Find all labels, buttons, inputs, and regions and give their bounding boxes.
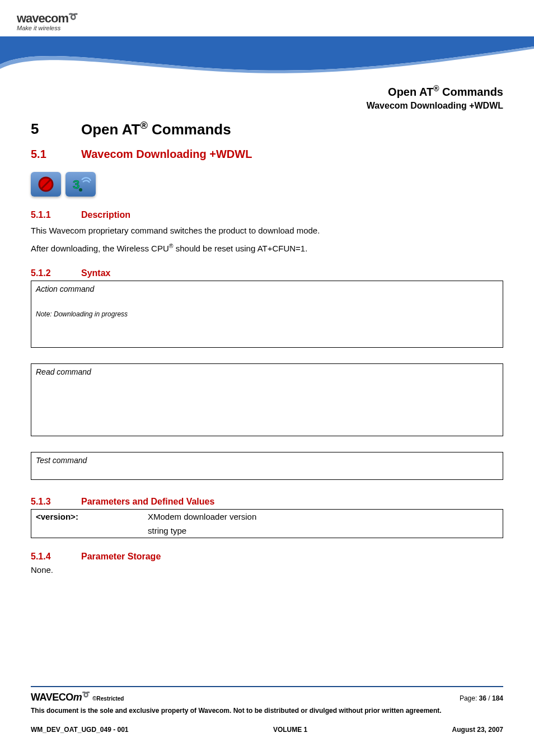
- subsection-params: 5.1.3Parameters and Defined Values: [31, 497, 503, 507]
- param-name: <version>:: [36, 512, 148, 521]
- logo-swirl-icon: ➰: [68, 12, 78, 21]
- footer-restricted: ©Restricted: [92, 696, 124, 702]
- page-header-sub: Wavecom Downloading +WDWL: [0, 101, 503, 111]
- header-banner: wavecom➰ Make it wireless: [0, 0, 534, 78]
- subsection-title: Parameter Storage: [81, 552, 161, 561]
- content: 5Open AT® Commands 5.1Wavecom Downloadin…: [0, 120, 534, 577]
- logo-area: wavecom➰ Make it wireless: [17, 11, 78, 31]
- chapter-heading: 5Open AT® Commands: [31, 120, 503, 138]
- description-para1: This Wavecom proprietary command switche…: [31, 225, 503, 237]
- description-para2: After downloading, the Wireless CPU® sho…: [31, 242, 503, 255]
- chapter-number: 5: [31, 120, 81, 138]
- footer-date: August 23, 2007: [452, 726, 503, 734]
- subsection-syntax: 5.1.2Syntax: [31, 268, 503, 278]
- subsection-title: Description: [81, 210, 130, 220]
- footer-divider: [31, 686, 503, 687]
- footer-page-total: 184: [492, 694, 503, 702]
- footer-left: wavecom➰ ©Restricted: [31, 690, 124, 703]
- footer-volume: VOLUME 1: [273, 726, 307, 734]
- subsection-storage: 5.1.4Parameter Storage: [31, 552, 503, 562]
- syntax-action-note: Note: Downloading in progress: [36, 310, 498, 318]
- param-name: [36, 526, 148, 535]
- footer-bottom-row: WM_DEV_OAT_UGD_049 - 001 VOLUME 1 August…: [31, 726, 503, 734]
- footer-logo: wavecom➰: [31, 692, 92, 703]
- section-title: Wavecom Downloading +WDWL: [81, 148, 252, 160]
- capability-icons: 3: [31, 172, 503, 197]
- syntax-test-box: Test command: [31, 452, 503, 480]
- param-row: string type: [31, 524, 503, 538]
- syntax-read-label: Read command: [36, 367, 498, 376]
- syntax-test-label: Test command: [36, 456, 498, 465]
- footer-page-sep: /: [486, 694, 492, 702]
- svg-point-5: [79, 188, 82, 192]
- section-number: 5.1: [31, 148, 81, 161]
- subsection-description: 5.1.1Description: [31, 210, 503, 220]
- syntax-read-box: Read command: [31, 363, 503, 436]
- footer-legal: This document is the sole and exclusive …: [31, 707, 503, 716]
- no-sim-icon: [31, 172, 61, 197]
- svg-text:3: 3: [73, 178, 79, 192]
- subsection-number: 5.1.4: [31, 552, 81, 562]
- footer-page: Page: 36 / 184: [460, 694, 503, 702]
- param-row: <version>: XModem downloader version: [31, 510, 503, 524]
- section-heading: 5.1Wavecom Downloading +WDWL: [31, 148, 503, 161]
- footer-page-current: 36: [479, 694, 486, 702]
- subsection-title: Parameters and Defined Values: [81, 497, 214, 506]
- param-desc: XModem downloader version: [148, 512, 498, 521]
- logo-text: wavecom: [17, 11, 68, 25]
- footer-doc-id: WM_DEV_OAT_UGD_049 - 001: [31, 726, 129, 734]
- header-swoosh-icon: [0, 36, 534, 78]
- page-header-titles: Open AT® Commands Wavecom Downloading +W…: [0, 84, 534, 111]
- footer-top-row: wavecom➰ ©Restricted Page: 36 / 184: [31, 690, 503, 703]
- storage-body: None.: [31, 564, 503, 577]
- subsection-number: 5.1.1: [31, 210, 81, 220]
- page-header-main: Open AT® Commands: [0, 84, 503, 99]
- syntax-action-label: Action command: [36, 284, 498, 293]
- threeg-icon: 3: [65, 172, 96, 197]
- subsection-number: 5.1.2: [31, 268, 81, 278]
- param-table: <version>: XModem downloader version str…: [31, 509, 503, 538]
- logo-brand: wavecom➰: [17, 11, 78, 26]
- param-desc: string type: [148, 526, 498, 535]
- footer-page-label: Page:: [460, 694, 479, 702]
- subsection-title: Syntax: [81, 268, 110, 278]
- footer: wavecom➰ ©Restricted Page: 36 / 184 This…: [31, 686, 503, 734]
- syntax-action-box: Action command Note: Downloading in prog…: [31, 281, 503, 348]
- subsection-number: 5.1.3: [31, 497, 81, 507]
